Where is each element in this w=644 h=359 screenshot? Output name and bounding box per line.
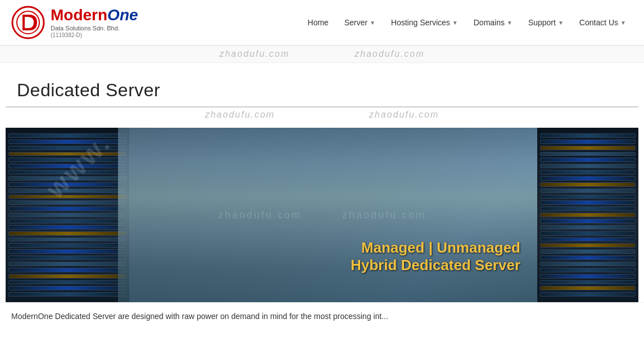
contact-dropdown-arrow: ▼ [620, 20, 626, 26]
nav-home[interactable]: Home [301, 14, 335, 32]
hero-overlay-text: Managed | Unmanaged Hybrid Dedicated Ser… [351, 239, 520, 274]
nav-domains[interactable]: Domains ▼ [467, 14, 519, 32]
watermark-top: zhaodufu.com zhaodufu.com [0, 46, 644, 63]
logo-modern: Modern [51, 6, 107, 24]
hero-center-bg [118, 128, 554, 302]
hero-line1: Managed | Unmanaged [351, 239, 520, 257]
domains-dropdown-arrow: ▼ [507, 20, 513, 26]
main-nav: Home Server ▼ Hosting Services ▼ Domains… [301, 14, 633, 32]
header: ModernOne Data Solutions Sdn. Bhd. (1119… [0, 0, 644, 46]
logo-icon [11, 6, 45, 39]
hosting-dropdown-arrow: ▼ [452, 20, 458, 26]
description-bar: ModernOne Dedicated Server are designed … [0, 302, 644, 330]
hero-image: www. zhaodufu.com zha [6, 128, 638, 302]
page-title: Dedicated Server [17, 80, 627, 101]
logo-area: ModernOne Data Solutions Sdn. Bhd. (1119… [11, 6, 138, 39]
logo-text: ModernOne Data Solutions Sdn. Bhd. (1119… [51, 7, 138, 38]
logo-sub-line1: Data Solutions Sdn. Bhd. [51, 24, 138, 32]
nav-support[interactable]: Support ▼ [521, 14, 570, 32]
nav-server[interactable]: Server ▼ [338, 14, 382, 32]
nav-hosting-services[interactable]: Hosting Services ▼ [384, 14, 465, 32]
logo-one: One [107, 6, 138, 24]
nav-contact-us[interactable]: Contact Us ▼ [573, 14, 633, 32]
server-rack-left [6, 128, 129, 302]
logo-brand: ModernOne [51, 7, 138, 24]
hero-line2: Hybrid Dedicated Server [351, 257, 520, 274]
description-text: ModernOne Dedicated Server are designed … [11, 312, 388, 321]
support-dropdown-arrow: ▼ [558, 20, 564, 26]
server-dropdown-arrow: ▼ [370, 20, 375, 26]
server-rack-right [537, 128, 638, 302]
logo-sub-line2: (1119382-D) [51, 32, 138, 38]
watermark-mid: zhaodufu.com zhaodufu.com [0, 107, 644, 122]
page-title-section: Dedicated Server [6, 63, 638, 107]
